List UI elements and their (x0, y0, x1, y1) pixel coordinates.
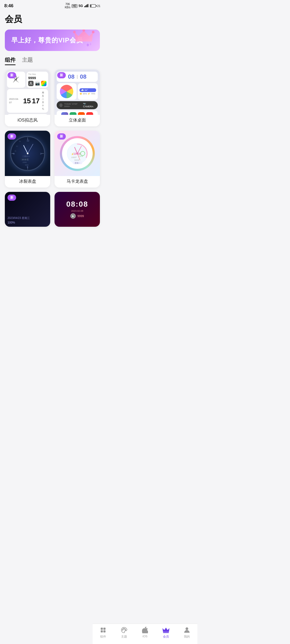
new-badge-partial-1: 新 (8, 195, 16, 201)
svg-rect-3 (88, 4, 88, 7)
card-3d-desktop-image: 新 08 | 08 ☁️ 34° ☀️ 95% ⚡ 75% (55, 69, 100, 115)
card-ios-style-label: iOS拟态风 (5, 115, 50, 126)
vip-text: 早上好，尊贵的VIP会员 (11, 36, 83, 45)
card-ios-style-image: 新 (5, 69, 50, 115)
svg-text:100%: 100% (23, 162, 27, 163)
new-badge-ice: 新 (8, 133, 16, 140)
svg-point-12 (16, 79, 17, 80)
tab-widgets[interactable]: 组件 (5, 56, 16, 65)
card-ice-clock[interactable]: 新 12 3 6 9 (5, 131, 50, 188)
card-3d-desktop[interactable]: 新 08 | 08 ☁️ 34° ☀️ 95% ⚡ 75% (55, 69, 100, 126)
svg-marker-5 (74, 31, 93, 42)
card-macaron-clock-image: 新 (55, 131, 100, 176)
svg-text:50: 50 (16, 145, 18, 147)
card-ice-clock-image: 新 12 3 6 9 (5, 131, 50, 176)
card-macaron-clock-label: 马卡龙表盘 (55, 176, 100, 188)
svg-text:45: 45 (15, 150, 16, 152)
new-badge-ios: 新 (8, 72, 16, 78)
card-partial-2[interactable]: 08:08 2023.02.08 ▶ 9999 (55, 192, 100, 227)
svg-text:12: 12 (27, 139, 29, 142)
svg-text:55: 55 (19, 141, 21, 142)
svg-rect-2 (86, 5, 87, 7)
svg-text:二月十一: 二月十一 (22, 155, 30, 157)
svg-rect-0 (84, 6, 85, 7)
svg-point-13 (30, 82, 31, 83)
svg-text:星期一: 星期一 (75, 162, 80, 164)
vip-banner[interactable]: 早上好，尊贵的VIP会员 (5, 30, 100, 51)
card-partial-1[interactable]: 新 2023/04/23 星期三 100% (5, 192, 50, 227)
svg-text:6: 6 (27, 166, 28, 168)
status-time: 8:46 (4, 3, 13, 9)
tab-bar: 组件 主题 (0, 56, 105, 65)
battery-icon (90, 4, 96, 8)
new-badge-3d: 新 (57, 72, 66, 78)
svg-text:10:10 五: 10:10 五 (22, 159, 29, 160)
status-icons: 706KB/s HD 5G 21 (65, 3, 100, 9)
svg-text:9: 9 (13, 152, 15, 155)
svg-point-6 (82, 30, 85, 32)
crown-decoration (73, 30, 95, 51)
svg-point-7 (73, 31, 76, 34)
svg-line-27 (28, 144, 33, 153)
items-grid: 新 (0, 69, 105, 227)
network-badge: 5G (79, 4, 83, 8)
status-speed: 706KB/s (65, 3, 70, 9)
hd-badge: HD (72, 4, 77, 8)
page-title: 会员 (0, 10, 105, 30)
svg-text:3: 3 (40, 152, 41, 155)
svg-text:⚡: ⚡ (71, 153, 74, 155)
svg-rect-1 (85, 5, 86, 7)
svg-marker-10 (90, 43, 91, 46)
new-badge-macaron: 新 (57, 133, 66, 140)
svg-marker-9 (86, 43, 89, 47)
card-ios-style[interactable]: 新 (5, 69, 50, 126)
card-ice-clock-label: 冰裂表盘 (5, 176, 50, 188)
card-3d-desktop-label: 立体桌面 (55, 115, 100, 126)
signal-icon (84, 4, 89, 8)
battery-level: 21 (97, 4, 100, 8)
status-bar: 8:46 706KB/s HD 5G 21 (0, 0, 105, 10)
svg-text:5800: 5800 (25, 164, 29, 166)
card-macaron-clock[interactable]: 新 (55, 131, 100, 188)
tab-themes[interactable]: 主题 (22, 56, 33, 65)
svg-point-33 (27, 153, 28, 154)
svg-text:04/18: 04/18 (74, 159, 79, 161)
svg-text:100: 100 (71, 156, 74, 158)
svg-line-26 (24, 145, 28, 153)
svg-text:25°: 25° (74, 156, 77, 158)
svg-point-8 (92, 31, 95, 34)
